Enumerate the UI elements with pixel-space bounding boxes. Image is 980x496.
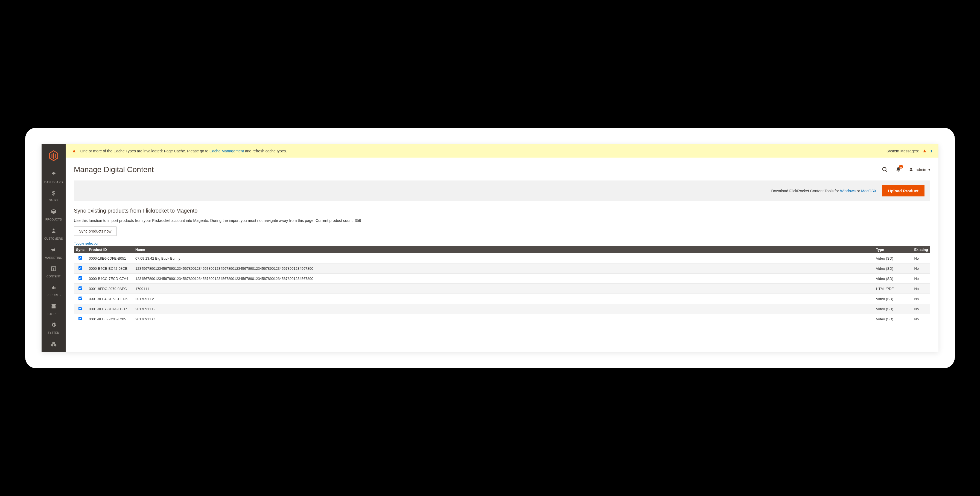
cell-product-id: 0001-8FDC-2979-9AEC [87,284,133,294]
sync-checkbox[interactable] [78,276,82,280]
layout-icon [41,266,65,273]
cache-management-link[interactable]: Cache Management [210,149,244,153]
cell-existing: No [912,294,930,304]
products-table: Sync Product ID Name Type Existing 0000-… [74,246,930,324]
table-row: 0001-8FE7-81DA-EBD720170911 BVideo (SD)N… [74,304,930,314]
sidebar-item-sales[interactable]: $ SALES [41,187,65,205]
bars-icon [41,284,65,291]
sidebar-item-dashboard[interactable]: DASHBOARD [41,168,65,187]
megaphone-icon [41,247,65,254]
sync-checkbox[interactable] [78,286,82,290]
box-icon [41,209,65,215]
action-bar: Download FlickRocket Content Tools for W… [74,180,930,201]
gear-icon [41,322,65,329]
windows-link[interactable]: Windows [840,189,856,193]
sidebar-item-stores[interactable]: STORES [41,300,65,319]
th-product-id: Product ID [87,246,133,254]
th-name: Name [133,246,873,254]
sidebar-item-label: DASHBOARD [44,181,63,184]
cell-existing: No [912,314,930,324]
cell-name: 20170911 C [133,314,873,324]
table-row: 0000-B4CB-BC42-08CE123456789012345678901… [74,263,930,274]
user-icon [908,167,913,172]
sidebar-item-label: SYSTEM [48,331,60,334]
sync-checkbox[interactable] [78,297,82,300]
th-existing: Existing [912,246,930,254]
svg-line-8 [886,171,887,172]
download-tools-text: Download FlickRocket Content Tools for W… [771,189,877,193]
cell-existing: No [912,254,930,263]
sync-heading: Sync existing products from Flickrocket … [74,207,930,214]
notification-badge: 1 [899,165,903,169]
cell-name: 1234567890123456789012345678901234567890… [133,274,873,284]
sync-checkbox[interactable] [78,307,82,310]
sidebar-item-label: SALES [49,199,59,202]
cell-type: Video (SD) [873,263,912,274]
svg-rect-6 [54,287,55,289]
sidebar-divider [46,166,61,166]
sync-checkbox[interactable] [78,266,82,270]
cell-name: 20170911 A [133,294,873,304]
cell-type: Video (SD) [873,314,912,324]
notifications-button[interactable]: 1 [896,167,901,172]
sidebar-item-label: REPORTS [46,293,61,297]
sidebar-item-content[interactable]: CONTENT [41,263,65,281]
admin-username: admin [916,167,926,172]
gauge-icon [41,171,65,179]
cell-product-id: 0001-8FE7-81DA-EBD7 [87,304,133,314]
blocks-icon [41,341,65,348]
sidebar-item-label: PRODUCTS [45,218,62,221]
system-messages-label: System Messages: [886,149,919,153]
sidebar-item-products[interactable]: PRODUCTS [41,205,65,224]
cell-existing: No [912,304,930,314]
cell-type: Video (SD) [873,294,912,304]
system-messages-count[interactable]: 1 [930,149,932,153]
sidebar-item-label: CUSTOMERS [44,237,63,240]
sync-products-button[interactable]: Sync products now [74,226,116,236]
sidebar-item-label: CONTENT [46,275,61,278]
toggle-selection-link[interactable]: Toggle selection [74,241,99,246]
admin-account-dropdown[interactable]: admin ▾ [908,167,930,172]
sidebar-item-extensions[interactable] [41,338,65,352]
cell-type: Video (SD) [873,254,912,263]
cell-existing: No [912,274,930,284]
warning-icon: ▲ [922,148,927,154]
cell-product-id: 0000-B4CB-BC42-08CE [87,263,133,274]
svg-rect-5 [53,286,54,289]
system-message-text: One or more of the Cache Types are inval… [80,149,287,153]
page-title: Manage Digital Content [74,165,154,174]
cell-existing: No [912,263,930,274]
table-row: 0000-B4CC-7ECD-C7A4123456789012345678901… [74,274,930,284]
search-button[interactable] [882,167,888,172]
th-sync: Sync [74,246,87,254]
cell-product-id: 0001-8FE8-5D2B-E205 [87,314,133,324]
sidebar-item-marketing[interactable]: MARKETING [41,244,65,263]
cell-name: 1709111 [133,284,873,294]
magento-logo[interactable] [49,150,59,161]
macosx-link[interactable]: MacOSX [861,189,877,193]
table-row: 0000-18E6-6DFE-B05107.09 13:42 Big Buck … [74,254,930,263]
system-message-bar: ▲ One or more of the Cache Types are inv… [65,144,939,158]
sidebar-item-label: MARKETING [45,256,62,259]
chevron-down-icon: ▾ [928,167,930,172]
sync-description: Use this function to import products fro… [74,218,930,223]
upload-product-button[interactable]: Upload Product [882,185,924,196]
store-icon [41,303,65,310]
admin-sidebar: DASHBOARD $ SALES PRODUCTS CUSTOMERS MAR… [41,144,65,352]
svg-rect-4 [52,287,52,289]
dollar-icon: $ [41,190,65,196]
table-row: 0001-8FE4-DE6E-EED620170911 AVideo (SD)N… [74,294,930,304]
cell-product-id: 0000-18E6-6DFE-B051 [87,254,133,263]
sidebar-item-reports[interactable]: REPORTS [41,281,65,300]
cell-name: 07.09 13:42 Big Buck Bunny [133,254,873,263]
cell-type: HTML/PDF [873,284,912,294]
sidebar-item-customers[interactable]: CUSTOMERS [41,224,65,244]
svg-point-0 [53,229,55,231]
svg-point-7 [883,167,886,171]
table-row: 0001-8FE8-5D2B-E20520170911 CVideo (SD)N… [74,314,930,324]
sidebar-item-label: STORES [48,313,60,316]
sync-checkbox[interactable] [78,317,82,321]
sidebar-item-system[interactable]: SYSTEM [41,319,65,338]
sync-checkbox[interactable] [78,256,82,260]
cell-name: 20170911 B [133,304,873,314]
